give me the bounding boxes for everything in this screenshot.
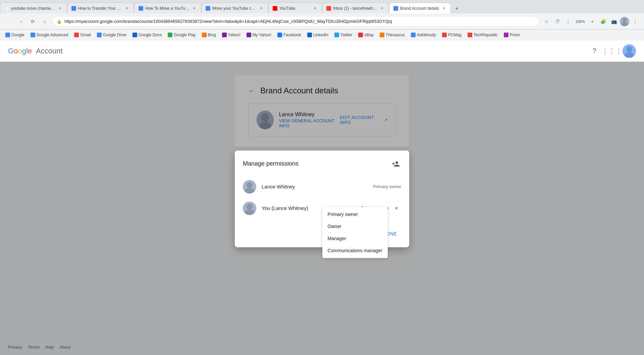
- bookmark-favicon-pcmag: [442, 33, 447, 37]
- user-avatar-header[interactable]: [623, 44, 636, 58]
- bookmark-docs[interactable]: Google Docs: [130, 31, 164, 39]
- forward-button[interactable]: →: [16, 17, 25, 26]
- tab-1[interactable]: youtube move channel to ano... ✕: [0, 3, 67, 13]
- bookmark-google-advanced[interactable]: Google Advanced: [28, 31, 71, 39]
- reload-button[interactable]: ⟳: [28, 17, 38, 26]
- tab-close-2[interactable]: ✕: [124, 6, 130, 11]
- zoom-label: 100%: [574, 17, 586, 26]
- url-bar[interactable]: 🔒: [52, 16, 539, 27]
- tab-favicon-5: [273, 6, 277, 11]
- bookmark-label-askwoody: AskWoody: [417, 33, 436, 37]
- browser-toolbar: ☆ ⏱ ↓ 100% + 🧩 📺 ⋮: [542, 17, 640, 26]
- bookmark-my-yahoo[interactable]: My Yahoo!: [244, 31, 274, 39]
- perm-name-2: You (Lance Whitney): [262, 205, 308, 211]
- download-icon[interactable]: ↓: [564, 17, 573, 26]
- lock-icon: 🔒: [57, 19, 62, 24]
- tab-title-4: Move your YouTube channel t...: [212, 6, 257, 11]
- role-dropdown-menu: Primary owner Owner Manager Communicatio…: [322, 207, 388, 258]
- bookmark-favicon-twitter: [334, 33, 339, 37]
- perm-role-label-1: Primary owner: [373, 184, 401, 189]
- page-content: ← Brand Account details Lance Whitney: [0, 62, 644, 355]
- tab-title-5: YouTube: [279, 6, 310, 11]
- tab-3[interactable]: How To Move a YouTube Chan... ✕: [134, 3, 201, 13]
- tab-5[interactable]: YouTube ✕: [268, 3, 322, 13]
- google-logo-text: Google: [8, 47, 32, 55]
- bookmark-techrepublic[interactable]: TechRepublic: [465, 31, 500, 39]
- bookmark-prism[interactable]: Prism: [501, 31, 523, 39]
- tab-favicon-7: [393, 6, 398, 11]
- perm-avatar-2: [243, 202, 256, 215]
- bookmark-play[interactable]: Google Play: [165, 31, 198, 39]
- bookmark-thesaurus[interactable]: Thesaurus: [377, 31, 408, 39]
- bookmark-pcmag[interactable]: PCMag: [439, 31, 464, 39]
- bookmark-favicon-facebook: [277, 33, 282, 37]
- bookmarks-icon[interactable]: ☆: [542, 17, 551, 26]
- home-button[interactable]: ⌂: [40, 17, 50, 26]
- tab-favicon-2: [71, 6, 76, 11]
- tab-close-1[interactable]: ✕: [57, 6, 63, 11]
- tab-2[interactable]: How to Transfer Your YouTube... ✕: [67, 3, 134, 13]
- cast-icon[interactable]: 📺: [609, 17, 619, 26]
- menu-icon[interactable]: ⋮: [631, 17, 640, 26]
- bookmark-favicon-bing: [202, 33, 207, 37]
- bookmark-favicon-google: [5, 33, 10, 37]
- bookmark-askwoody[interactable]: AskWoody: [408, 31, 439, 39]
- browser-frame: youtube move channel to ano... ✕ How to …: [0, 0, 644, 40]
- tab-7[interactable]: Brand Account details ✕: [389, 3, 451, 13]
- bookmark-favicon-google-advanced: [31, 33, 35, 37]
- perm-remove-button-2[interactable]: ✕: [392, 204, 401, 213]
- tab-close-6[interactable]: ✕: [379, 6, 385, 11]
- bookmark-favicon-drive: [97, 33, 102, 37]
- extensions-icon[interactable]: 🧩: [598, 17, 608, 26]
- bookmark-ebay[interactable]: eBay: [356, 31, 376, 39]
- tab-close-3[interactable]: ✕: [192, 6, 197, 11]
- bookmark-favicon-my-yahoo: [247, 33, 251, 37]
- bookmark-label-linkedin: LinkedIn: [313, 33, 328, 37]
- bookmark-yahoo[interactable]: Yahoo!: [219, 31, 243, 39]
- perm-avatar-1: [243, 180, 256, 193]
- tab-favicon-1: [4, 6, 9, 11]
- help-icon-btn[interactable]: ?: [588, 44, 601, 58]
- bookmark-label-google: Google: [11, 33, 24, 37]
- bookmark-facebook[interactable]: Facebook: [275, 31, 304, 39]
- bookmark-drive[interactable]: Google Drive: [94, 31, 129, 39]
- dropdown-option-primary-owner[interactable]: Primary owner: [322, 208, 388, 220]
- dropdown-option-manager[interactable]: Manager: [322, 232, 388, 245]
- tab-6[interactable]: Inbox (1) - lancethewhit@gma... ✕: [322, 3, 389, 13]
- tab-close-7[interactable]: ✕: [441, 6, 446, 11]
- tab-4[interactable]: Move your YouTube channel t... ✕: [201, 3, 268, 13]
- bookmark-favicon-ebay: [358, 33, 363, 37]
- bookmark-label-ebay: eBay: [364, 33, 373, 37]
- main-content: Google Account ? ⋮⋮⋮ ← Brand Account det…: [0, 40, 644, 355]
- url-input[interactable]: [64, 19, 535, 24]
- tab-title-3: How To Move a YouTube Chan...: [145, 6, 190, 11]
- tab-close-5[interactable]: ✕: [312, 6, 318, 11]
- address-bar: ← → ⟳ ⌂ 🔒 ☆ ⏱ ↓ 100% + 🧩 📺 ⋮: [0, 13, 644, 30]
- bookmark-label-gmail: Gmail: [80, 33, 91, 37]
- add-person-button[interactable]: [390, 159, 401, 169]
- apps-icon-btn[interactable]: ⋮⋮⋮: [605, 44, 619, 58]
- bookmark-favicon-docs: [132, 33, 137, 37]
- bookmark-google[interactable]: Google: [3, 31, 27, 39]
- zoom-in-icon[interactable]: +: [588, 17, 597, 26]
- bookmark-bing[interactable]: Bing: [199, 31, 219, 39]
- dropdown-option-owner[interactable]: Owner: [322, 220, 388, 232]
- perm-name-1: Lance Whitney: [262, 184, 295, 189]
- bookmark-label-play: Google Play: [174, 33, 196, 37]
- tab-close-4[interactable]: ✕: [259, 6, 264, 11]
- bookmark-label-prism: Prism: [510, 33, 520, 37]
- permission-row-1: Lance Whitney Primary owner: [243, 177, 401, 196]
- google-account-header: Google Account ? ⋮⋮⋮: [0, 40, 644, 62]
- permission-row-2-left: You (Lance Whitney): [243, 202, 308, 215]
- back-button[interactable]: ←: [4, 17, 13, 26]
- dropdown-option-communications-manager[interactable]: Communications manager: [322, 245, 388, 257]
- new-tab-button[interactable]: +: [452, 4, 462, 13]
- bookmark-twitter[interactable]: Twitter: [332, 31, 355, 39]
- tab-favicon-4: [206, 6, 210, 11]
- history-icon[interactable]: ⏱: [553, 17, 562, 26]
- bookmark-linkedin[interactable]: LinkedIn: [305, 31, 331, 39]
- dialog-title: Manage permissions: [243, 160, 299, 167]
- bookmark-gmail[interactable]: Gmail: [71, 31, 93, 39]
- account-logo-label: Account: [36, 47, 63, 55]
- browser-profile-avatar[interactable]: [620, 17, 629, 26]
